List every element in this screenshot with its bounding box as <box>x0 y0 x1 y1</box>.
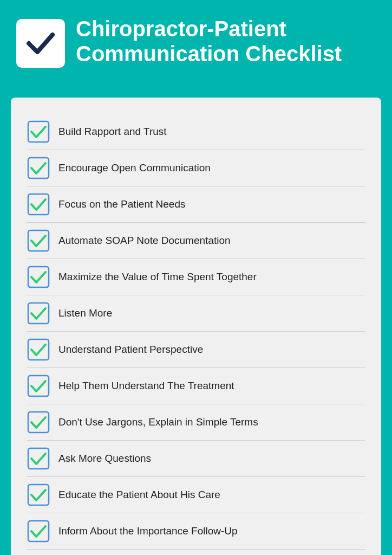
list-item: Don't Use Jargons, Explain in Simple Ter… <box>27 404 365 441</box>
checkbox-icon <box>27 157 50 179</box>
item-label: Focus on the Patient Needs <box>58 198 185 211</box>
item-label: Ask More Questions <box>58 452 151 466</box>
list-item: Educate the Patient About His Care <box>27 477 365 513</box>
list-item: Automate SOAP Note Documentation <box>27 223 365 259</box>
checkbox-icon <box>27 229 50 252</box>
list-item: Focus on the Patient Needs <box>27 186 365 223</box>
list-item: Build Rapport and Trust <box>27 114 365 150</box>
checkbox-icon <box>27 520 50 543</box>
main-content: Build Rapport and Trust Encourage Open C… <box>11 98 381 555</box>
header-checkmark-icon <box>16 19 65 68</box>
list-item: Listen More <box>27 295 365 332</box>
checkbox-icon <box>27 483 50 506</box>
checkbox-icon <box>27 120 50 143</box>
item-label: Maximize the Value of Time Spent Togethe… <box>58 270 257 284</box>
checkbox-icon <box>27 447 50 470</box>
checkbox-icon <box>27 375 50 397</box>
checkbox-icon <box>27 266 50 288</box>
checkbox-icon <box>27 302 50 325</box>
item-label: Listen More <box>58 307 112 320</box>
page-title: Chiropractor-Patient Communication Check… <box>76 16 376 66</box>
checklist: Build Rapport and Trust Encourage Open C… <box>27 114 365 555</box>
item-label: Build Rapport and Trust <box>58 125 167 139</box>
item-label: Help Them Understand The Treatment <box>58 379 234 393</box>
item-label: Educate the Patient About His Care <box>58 488 220 502</box>
checkbox-icon <box>27 338 50 361</box>
list-item: Ask More Questions <box>27 441 365 477</box>
item-label: Automate SOAP Note Documentation <box>58 234 231 248</box>
list-item: Understand Patient Perspective <box>27 332 365 368</box>
checkbox-icon <box>27 193 50 216</box>
list-item: Use Online Appointment and Patient Intak… <box>27 550 365 555</box>
list-item: Inform About the Importance Follow-Up <box>27 513 365 550</box>
list-item: Encourage Open Communication <box>27 150 365 186</box>
item-label: Encourage Open Communication <box>58 162 211 175</box>
checkbox-icon <box>27 411 50 434</box>
item-label: Don't Use Jargons, Explain in Simple Ter… <box>58 416 258 429</box>
header: Chiropractor-Patient Communication Check… <box>0 0 392 98</box>
item-label: Understand Patient Perspective <box>58 343 203 357</box>
list-item: Maximize the Value of Time Spent Togethe… <box>27 259 365 295</box>
list-item: Help Them Understand The Treatment <box>27 368 365 404</box>
item-label: Inform About the Importance Follow-Up <box>58 525 238 538</box>
